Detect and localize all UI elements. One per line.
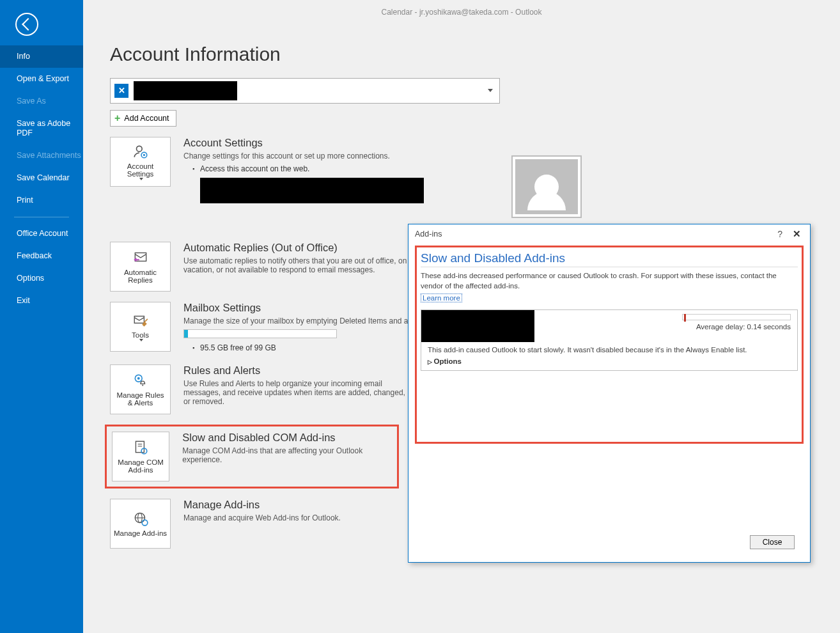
nav-save-attachments: Save Attachments — [0, 145, 83, 167]
nav-info[interactable]: Info — [0, 45, 83, 68]
nav-open-export[interactable]: Open & Export — [0, 68, 83, 90]
backstage-sidebar: Info Open & Export Save As Save as Adobe… — [0, 0, 83, 633]
svg-point-6 — [137, 377, 139, 380]
window-title: Calendar - jr.yoshikawa@takeda.com - Out… — [83, 8, 840, 17]
back-button[interactable] — [15, 13, 38, 36]
svg-point-7 — [142, 385, 143, 386]
profile-photo-frame[interactable] — [511, 155, 582, 218]
section-heading: Automatic Replies (Out of Office) — [183, 242, 414, 254]
nav-feedback[interactable]: Feedback — [0, 245, 83, 267]
addin-status-msg: This add-in caused Outlook to start slow… — [421, 342, 797, 357]
storage-fill — [184, 330, 188, 338]
manage-com-addins-tile[interactable]: Manage COM Add-ins — [112, 432, 169, 481]
section-heading: Manage Add-ins — [183, 499, 341, 511]
section-heading: Rules and Alerts — [183, 364, 414, 377]
mailbox-broom-icon — [132, 312, 149, 329]
section-heading: Slow and Disabled COM Add-ins — [182, 432, 392, 444]
section-body: Rules and Alerts Use Rules and Alerts to… — [183, 364, 414, 409]
svg-rect-8 — [136, 442, 144, 453]
nav-office-account[interactable]: Office Account — [0, 223, 83, 245]
section-heading: Account Settings — [183, 137, 424, 149]
person-gear-icon — [132, 143, 149, 160]
avatar-placeholder-icon — [515, 159, 578, 214]
addin-options-toggle[interactable]: Options — [421, 357, 797, 370]
dialog-close-button[interactable]: Close — [750, 535, 795, 549]
svg-rect-4 — [134, 316, 144, 324]
exchange-icon — [114, 84, 128, 98]
section-body: Manage Add-ins Manage and acquire Web Ad… — [183, 499, 341, 525]
chevron-down-icon — [139, 178, 143, 180]
dialog-title: Add-ins — [415, 230, 442, 238]
dialog-desc: These add-ins decreased performance or c… — [421, 271, 798, 291]
section-com-addins-highlighted: Manage COM Add-ins Slow and Disabled COM… — [105, 425, 399, 488]
section-desc: Manage COM Add-ins that are affecting yo… — [182, 446, 392, 464]
page-title: Account Information — [110, 43, 813, 65]
bullet-web-access[interactable]: Access this account on the web. — [192, 163, 424, 175]
storage-bar — [183, 329, 337, 338]
section-account-settings: Account Settings Account Settings Change… — [110, 137, 813, 203]
chevron-down-icon — [139, 339, 143, 341]
learn-more-link[interactable]: Learn more — [421, 293, 462, 302]
nav-save-adobe-pdf[interactable]: Save as Adobe PDF — [0, 113, 83, 145]
manage-web-addins-tile[interactable]: Manage Add-ins — [110, 499, 171, 549]
section-desc: Change settings for this account or set … — [183, 152, 424, 160]
tile-label: Manage COM Add-ins — [115, 458, 166, 474]
redacted-addin-name — [421, 310, 534, 342]
tile-label: Manage Add-ins — [114, 529, 167, 537]
svg-point-2 — [143, 154, 144, 156]
svg-point-0 — [136, 146, 142, 152]
nav-print[interactable]: Print — [0, 189, 83, 212]
tile-label: Automatic Replies — [113, 269, 167, 284]
nav-separator — [14, 217, 69, 217]
storage-free-text: 95.5 GB free of 99 GB — [192, 342, 437, 354]
divider — [421, 267, 798, 267]
tile-label: Account Settings — [113, 162, 167, 178]
nav-exit[interactable]: Exit — [0, 290, 83, 312]
section-heading: Mailbox Settings — [183, 302, 437, 314]
dialog-help-button[interactable]: ? — [771, 229, 789, 239]
nav-options[interactable]: Options — [0, 267, 83, 290]
document-gear-icon — [132, 439, 149, 456]
reply-arrow-icon — [132, 249, 149, 266]
addins-dialog: Add-ins ? ✕ Slow and Disabled Add-ins Th… — [408, 224, 811, 563]
svg-point-15 — [142, 520, 148, 526]
section-desc: Manage and acquire Web Add-ins for Outlo… — [183, 513, 341, 522]
redacted-account-name — [134, 81, 237, 100]
account-dropdown[interactable] — [110, 78, 500, 104]
dialog-heading: Slow and Disabled Add-ins — [421, 251, 798, 265]
addin-delay-gauge: Average delay: 0.14 seconds — [534, 310, 797, 342]
back-arrow-icon — [22, 18, 35, 31]
addin-entry: Average delay: 0.14 seconds This add-in … — [421, 309, 798, 371]
section-body: Account Settings Change settings for thi… — [183, 137, 424, 203]
plus-icon: + — [114, 113, 120, 123]
avg-delay-text: Average delay: 0.14 seconds — [696, 323, 791, 331]
dialog-highlight-frame: Slow and Disabled Add-ins These add-ins … — [415, 246, 804, 444]
dialog-close-x[interactable]: ✕ — [789, 228, 805, 240]
section-body: Automatic Replies (Out of Office) Use au… — [183, 242, 414, 277]
nav-save-calendar[interactable]: Save Calendar — [0, 167, 83, 189]
tools-tile[interactable]: Tools — [110, 302, 171, 352]
globe-gear-icon — [132, 510, 149, 527]
section-desc: Manage the size of your mailbox by empty… — [183, 316, 437, 325]
tile-label: Tools — [132, 331, 149, 339]
gauge-track — [682, 314, 791, 320]
section-body: Slow and Disabled COM Add-ins Manage COM… — [182, 432, 392, 467]
manage-rules-tile[interactable]: Manage Rules & Alerts — [110, 364, 171, 414]
chevron-down-icon — [488, 89, 493, 92]
tile-label: Manage Rules & Alerts — [113, 391, 167, 407]
section-desc: Use Rules and Alerts to help organize yo… — [183, 379, 414, 406]
add-account-button[interactable]: + Add Account — [110, 110, 176, 127]
section-body: Mailbox Settings Manage the size of your… — [183, 302, 437, 354]
section-desc: Use automatic replies to notify others t… — [183, 256, 414, 274]
gear-bell-icon — [132, 372, 149, 389]
account-settings-tile[interactable]: Account Settings — [110, 137, 171, 187]
redacted-block — [200, 178, 424, 203]
gauge-marker — [684, 314, 686, 322]
add-account-label: Add Account — [124, 114, 169, 123]
automatic-replies-tile[interactable]: Automatic Replies — [110, 242, 171, 292]
nav-save-as: Save As — [0, 90, 83, 113]
dialog-titlebar: Add-ins ? ✕ — [408, 224, 810, 244]
